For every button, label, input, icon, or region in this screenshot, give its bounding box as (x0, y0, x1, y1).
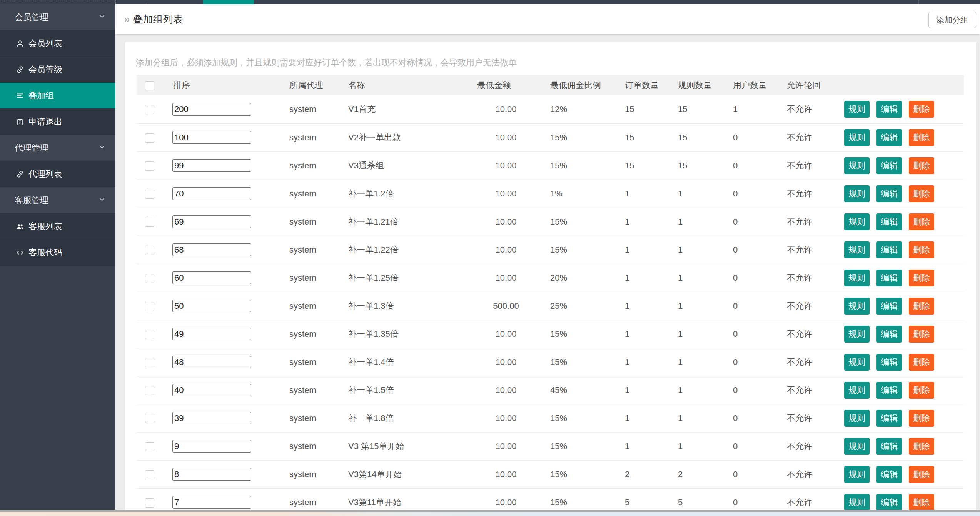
row-checkbox[interactable] (145, 414, 154, 423)
rules-button[interactable]: 规则 (844, 466, 870, 483)
cycle-cell: 不允许 (781, 376, 835, 404)
rules-button[interactable]: 规则 (844, 410, 870, 427)
sort-input[interactable] (172, 159, 251, 172)
sidebar-item-member-list[interactable]: 会员列表 (0, 30, 115, 57)
edit-button[interactable]: 编辑 (876, 354, 902, 371)
delete-button[interactable]: 删除 (909, 101, 934, 118)
min-amount-cell: 10.00 (477, 208, 535, 236)
row-checkbox[interactable] (145, 218, 154, 227)
sort-input[interactable] (172, 412, 251, 424)
row-checkbox[interactable] (145, 161, 154, 171)
delete-button[interactable]: 删除 (909, 241, 934, 258)
name-cell: 补一单1.5倍 (344, 376, 477, 404)
delete-button[interactable]: 删除 (909, 494, 934, 511)
row-checkbox[interactable] (145, 358, 154, 367)
rules-button[interactable]: 规则 (844, 438, 870, 455)
delete-button[interactable]: 删除 (909, 438, 934, 455)
row-checkbox[interactable] (145, 470, 154, 479)
row-checkbox[interactable] (145, 386, 154, 395)
edit-button[interactable]: 编辑 (876, 213, 902, 230)
edit-button[interactable]: 编辑 (876, 298, 902, 315)
rules-button[interactable]: 规则 (844, 298, 870, 315)
delete-button[interactable]: 删除 (909, 185, 934, 202)
sort-input[interactable] (172, 468, 251, 481)
row-checkbox[interactable] (145, 274, 154, 283)
rules-button[interactable]: 规则 (844, 354, 870, 371)
rules-button[interactable]: 规则 (844, 241, 870, 258)
rules-button[interactable]: 规则 (844, 382, 870, 399)
delete-button[interactable]: 删除 (909, 270, 934, 286)
rules-button[interactable]: 规则 (844, 270, 870, 286)
row-checkbox[interactable] (145, 330, 154, 339)
agent-cell: system (285, 151, 344, 180)
min-amount-cell: 10.00 (477, 376, 535, 404)
row-checkbox[interactable] (145, 302, 154, 311)
edit-button[interactable]: 编辑 (876, 466, 902, 483)
rules-button[interactable]: 规则 (844, 101, 870, 118)
tab-separator (918, 0, 919, 4)
edit-button[interactable]: 编辑 (876, 410, 902, 427)
users-cell: 0 (727, 208, 781, 236)
sort-input[interactable] (172, 131, 251, 144)
row-checkbox[interactable] (145, 133, 154, 143)
sidebar-item-service-management[interactable]: 客服管理 (0, 187, 115, 213)
edit-button[interactable]: 编辑 (876, 494, 902, 511)
row-checkbox[interactable] (145, 442, 154, 451)
row-checkbox[interactable] (145, 105, 154, 114)
sort-input[interactable] (172, 356, 251, 368)
sort-input[interactable] (172, 440, 251, 453)
edit-button[interactable]: 编辑 (876, 157, 902, 174)
sidebar-item-member-level[interactable]: 会员等级 (0, 57, 115, 83)
edit-button[interactable]: 编辑 (876, 382, 902, 399)
delete-button[interactable]: 删除 (909, 382, 934, 399)
rules-button[interactable]: 规则 (844, 157, 870, 174)
rules-button[interactable]: 规则 (844, 494, 870, 511)
table-row: system 补一单1.25倍 10.00 20% 1 1 0 不允许 规则 编… (137, 264, 964, 292)
rules-button[interactable]: 规则 (844, 185, 870, 202)
row-checkbox[interactable] (145, 498, 154, 508)
sidebar-item-overlay-group[interactable]: 叠加组 (0, 83, 115, 109)
sidebar-item-agent-management[interactable]: 代理管理 (0, 135, 115, 161)
sort-input[interactable] (172, 496, 251, 509)
sidebar-item-service-list[interactable]: 客服列表 (0, 213, 115, 240)
sort-input[interactable] (172, 300, 251, 312)
delete-button[interactable]: 删除 (909, 157, 934, 174)
delete-button[interactable]: 删除 (909, 129, 934, 146)
edit-button[interactable]: 编辑 (876, 101, 902, 118)
select-all-checkbox[interactable] (145, 81, 154, 90)
sort-input[interactable] (172, 384, 251, 396)
name-cell: 补一单1.35倍 (344, 320, 477, 348)
delete-button[interactable]: 删除 (909, 326, 934, 343)
sidebar-item-apply-exit[interactable]: 申请退出 (0, 109, 115, 135)
rules-button[interactable]: 规则 (844, 326, 870, 343)
table-row: system V1首充 10.00 12% 15 15 1 不允许 规则 编辑 … (137, 95, 964, 123)
delete-button[interactable]: 删除 (909, 213, 934, 230)
delete-button[interactable]: 删除 (909, 354, 934, 371)
top-tab-strip (115, 0, 980, 4)
commission-cell: 15% (535, 320, 619, 348)
agent-cell: system (285, 208, 344, 236)
sort-input[interactable] (172, 328, 251, 340)
edit-button[interactable]: 编辑 (876, 270, 902, 286)
sort-input[interactable] (172, 243, 251, 256)
rules-button[interactable]: 规则 (844, 129, 870, 146)
rules-button[interactable]: 规则 (844, 213, 870, 230)
edit-button[interactable]: 编辑 (876, 326, 902, 343)
edit-button[interactable]: 编辑 (876, 241, 902, 258)
sort-input[interactable] (172, 103, 251, 116)
sidebar-item-service-code[interactable]: 客服代码 (0, 240, 115, 266)
delete-button[interactable]: 删除 (909, 410, 934, 427)
edit-button[interactable]: 编辑 (876, 185, 902, 202)
sort-input[interactable] (172, 271, 251, 284)
row-checkbox[interactable] (145, 246, 154, 255)
delete-button[interactable]: 删除 (909, 466, 934, 483)
sidebar-item-member-management[interactable]: 会员管理 (0, 4, 115, 30)
sort-input[interactable] (172, 215, 251, 228)
sidebar-item-agent-list[interactable]: 代理列表 (0, 161, 115, 187)
delete-button[interactable]: 删除 (909, 298, 934, 315)
row-checkbox[interactable] (145, 190, 154, 199)
edit-button[interactable]: 编辑 (876, 129, 902, 146)
sort-input[interactable] (172, 187, 251, 200)
edit-button[interactable]: 编辑 (876, 438, 902, 455)
add-group-button[interactable]: 添加分组 (928, 12, 976, 28)
